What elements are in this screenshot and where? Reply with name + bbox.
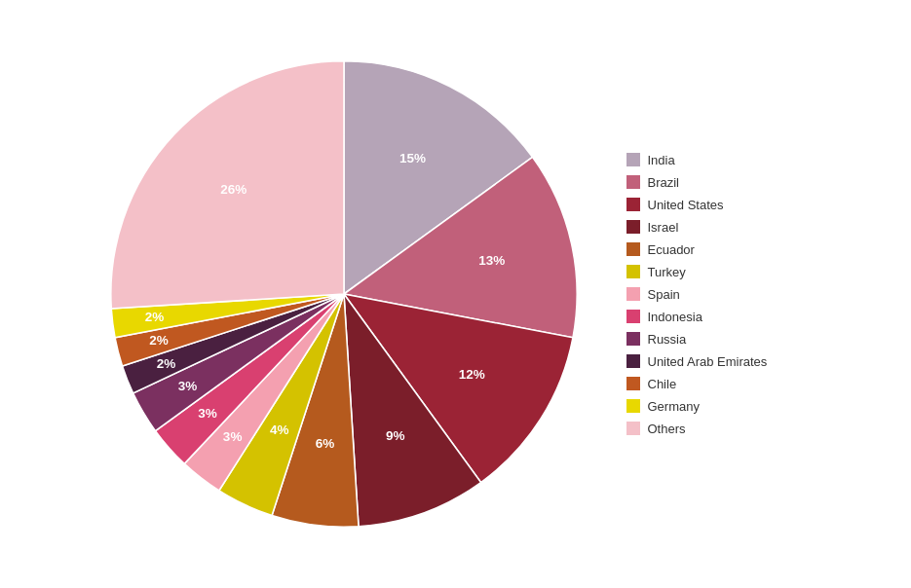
label-russia: 3%	[177, 379, 197, 393]
legend-color-united-arab-emirates	[626, 354, 640, 368]
label-ecuador: 6%	[315, 436, 334, 451]
legend-color-others	[626, 422, 640, 435]
legend-label-germany: Germany	[648, 399, 700, 414]
label-spain: 3%	[222, 429, 242, 444]
label-others: 26%	[220, 182, 247, 197]
label-united-arab-emirates: 2%	[156, 356, 175, 371]
legend-item-united-states: United States	[626, 198, 821, 212]
legend-label-brazil: Brazil	[648, 175, 680, 190]
legend-color-russia	[626, 332, 640, 346]
chart-container: 15%13%12%9%6%4%3%3%3%2%2%2%26% IndiaBraz…	[0, 0, 911, 588]
legend-color-spain	[626, 287, 640, 301]
legend-item-spain: Spain	[626, 287, 821, 302]
legend-color-israel	[626, 220, 640, 234]
legend-label-india: India	[648, 153, 675, 167]
legend-color-germany	[626, 399, 640, 413]
legend-item-turkey: Turkey	[626, 265, 821, 279]
label-indonesia: 3%	[198, 406, 217, 421]
legend-item-israel: Israel	[626, 220, 821, 235]
legend-item-united-arab-emirates: United Arab Emirates	[626, 354, 821, 369]
legend-color-brazil	[626, 175, 640, 189]
legend-color-chile	[626, 377, 640, 390]
legend-item-russia: Russia	[626, 332, 821, 347]
legend-item-chile: Chile	[626, 377, 821, 391]
label-brazil: 13%	[478, 253, 505, 268]
legend-item-others: Others	[626, 422, 821, 436]
label-chile: 2%	[149, 333, 169, 348]
legend-label-chile: Chile	[648, 377, 677, 391]
legend-label-russia: Russia	[648, 332, 687, 347]
legend-item-indonesia: Indonesia	[626, 310, 821, 324]
legend-color-ecuador	[626, 242, 640, 256]
legend-label-indonesia: Indonesia	[648, 310, 702, 324]
legend-label-spain: Spain	[648, 287, 680, 302]
legend-label-ecuador: Ecuador	[648, 242, 695, 257]
label-israel: 9%	[385, 428, 404, 443]
legend-label-others: Others	[648, 422, 686, 436]
legend-label-turkey: Turkey	[648, 265, 686, 279]
legend-label-united-arab-emirates: United Arab Emirates	[648, 354, 768, 369]
legend-color-united-states	[626, 198, 640, 211]
legend-item-ecuador: Ecuador	[626, 242, 821, 257]
label-turkey: 4%	[270, 423, 289, 437]
legend-item-india: India	[626, 153, 821, 167]
legend-label-israel: Israel	[648, 220, 679, 235]
legend-color-indonesia	[626, 310, 640, 323]
legend-color-turkey	[626, 265, 640, 278]
label-united-states: 12%	[458, 367, 484, 382]
legend-item-brazil: Brazil	[626, 175, 821, 190]
pie-svg: 15%13%12%9%6%4%3%3%3%2%2%2%26%	[91, 41, 597, 547]
legend-item-germany: Germany	[626, 399, 821, 414]
label-india: 15%	[399, 151, 426, 165]
label-germany: 2%	[144, 310, 164, 324]
chart-legend: IndiaBrazilUnited StatesIsraelEcuadorTur…	[626, 153, 821, 436]
legend-label-united-states: United States	[648, 198, 724, 212]
pie-chart: 15%13%12%9%6%4%3%3%3%2%2%2%26%	[91, 41, 597, 547]
legend-color-india	[626, 153, 640, 166]
